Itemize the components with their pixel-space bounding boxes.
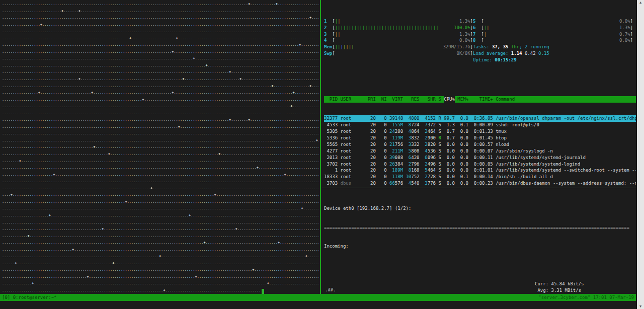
dots-line: ........................................…: [2, 287, 319, 294]
meter-label: 8: [473, 37, 481, 44]
res-cell: 5808: [406, 148, 419, 154]
process-row[interactable]: 4533root200155M87247372S1.30.10:00.89ssh…: [324, 122, 636, 128]
dots-line: ........................................…: [2, 28, 319, 35]
meter-value: 0.7%: [619, 31, 630, 38]
header-pid[interactable]: PID: [324, 96, 338, 103]
scroll-down-icon[interactable]: ▼: [639, 304, 641, 309]
htop-meters: 1[||1.3%]2[|||||||||||||||||||||||||||||…: [324, 18, 636, 63]
command-cell: /usr/lib/polkit-1/polkitd --no-debug: [496, 187, 636, 187]
meter-bar: ||||||||||||||||||||||||||||||||||||||10…: [335, 25, 470, 31]
plus-mark: +: [32, 281, 34, 285]
dots-line: ........................................…: [2, 151, 319, 158]
plus-mark: +: [38, 91, 40, 95]
plus-mark: +: [290, 104, 292, 108]
process-row[interactable]: 5565root2002175633322820S0.00.00:00.57nl…: [324, 141, 636, 148]
plus-mark: +: [301, 206, 303, 210]
dots-line: ........................................…: [2, 253, 319, 260]
command-cell: /usr/lib/systemd/systemd-logind: [496, 161, 636, 168]
num-part: 420: [411, 155, 419, 160]
header-command[interactable]: Command: [496, 96, 636, 103]
header-virt[interactable]: VIRT: [389, 96, 403, 103]
pid-cell: 2013: [324, 154, 338, 161]
meter-bar: |||||||329M/15.7G: [335, 44, 470, 50]
meter-tick: |: [338, 32, 340, 37]
tmux-window-item[interactable]: 0:root@server:~*: [13, 295, 57, 300]
info-segment: Tasks:: [473, 44, 492, 49]
process-table-body: 32377root2003914848004152R99.70.00:36.85…: [324, 115, 636, 187]
num-part: 39: [389, 155, 395, 160]
dots-line: ........................................…: [2, 42, 319, 49]
meter-label: 7: [473, 31, 481, 38]
mem-cell: 0.0: [457, 180, 468, 187]
command-cell: /usr/sbin/rsyslogd -n: [496, 148, 636, 154]
horizontal-pane-divider[interactable]: [322, 188, 636, 188]
num-part: 796: [411, 162, 419, 167]
dots-line: ........................................…: [2, 267, 319, 274]
header-mem[interactable]: MEM%: [457, 96, 468, 103]
process-row[interactable]: 3702root2002638427962496S0.00.00:00.05/u…: [324, 161, 636, 168]
scroll-up-icon[interactable]: ▲: [639, 0, 641, 5]
num-part: 496: [428, 162, 436, 167]
header-ni[interactable]: NI: [378, 96, 386, 103]
plus-mark: +: [28, 234, 30, 238]
dots-line: ........................................…: [2, 35, 319, 42]
time-cell: 0:00.11: [471, 154, 493, 161]
plus-mark: +: [78, 77, 80, 81]
dots-line: ........................................…: [2, 15, 319, 22]
res-cell: 6420: [406, 154, 419, 161]
meter-tick: |: [487, 25, 489, 30]
meter-3: 3[||1.3%]: [324, 31, 473, 38]
pri-cell: 20: [368, 122, 376, 128]
scrollbar[interactable]: ▲ ▼: [637, 0, 644, 309]
header-shr[interactable]: SHR: [422, 96, 436, 103]
command-cell: tmux: [496, 128, 636, 135]
nload-incoming-stats: Curr:45.84 kBit/sAvg:3.31 MBit/sMin:952.…: [324, 281, 636, 294]
plus-mark: +: [112, 261, 114, 265]
process-row[interactable]: 18333root200118M107522728S0.00.10:00.14/…: [324, 174, 636, 180]
process-row[interactable]: 3703dbus2006657645403776S0.00.00:00.23/u…: [324, 180, 636, 187]
header-s[interactable]: S: [438, 96, 441, 103]
process-row[interactable]: 1root200189M81685464S0.00.00:01.01/usr/l…: [324, 167, 636, 174]
num-part: 728: [428, 174, 436, 179]
header-res[interactable]: RES: [406, 96, 419, 103]
header-time[interactable]: TIME+: [471, 96, 493, 103]
pid-cell: 3702: [324, 161, 338, 168]
cpu-cell: 0.0: [444, 187, 455, 187]
num-part: 372: [428, 122, 436, 127]
header-pri[interactable]: PRI: [368, 96, 376, 103]
process-row[interactable]: 4277root200211M58084536S0.00.00:00.07/us…: [324, 148, 636, 154]
plus-mark: +: [252, 268, 254, 272]
mem-cell: 0.1: [457, 187, 468, 187]
header-user[interactable]: USER: [340, 96, 365, 103]
process-table-header[interactable]: PIDUSERPRINIVIRTRESSHRSCPU%MEM%TIME+Comm…: [324, 96, 636, 103]
plus-mark: +: [206, 63, 208, 67]
process-row[interactable]: 32377root2003914848004152R99.70.00:36.85…: [324, 115, 636, 122]
process-row[interactable]: 3706polkitd200598M170208988S0.00.10:00.0…: [324, 187, 636, 187]
meter-bar: |0.7%: [484, 31, 630, 38]
time-cell: 0:00.89: [471, 122, 493, 128]
dots-line: ........................................…: [2, 110, 319, 117]
num-part: 26: [389, 162, 395, 167]
dots-line: ....................................+...…: [2, 76, 319, 83]
plus-mark: +: [11, 193, 13, 197]
plus-mark: +: [218, 152, 220, 156]
meter-value: 0K/0K: [456, 50, 470, 57]
plus-mark: +: [150, 186, 152, 190]
info-segment: Load average:: [473, 51, 511, 56]
process-row[interactable]: 5336root200119M38322900R0.70.00:01.45hto…: [324, 135, 636, 141]
vertical-pane-divider[interactable]: [320, 0, 321, 294]
process-row[interactable]: 5305root2002428048642464S0.70.00:01.33tm…: [324, 128, 636, 135]
plus-mark: +: [284, 173, 286, 177]
ni-cell: 0: [378, 135, 386, 141]
meter-2: 2[||||||||||||||||||||||||||||||||||||||…: [324, 25, 473, 31]
plus-mark: +: [182, 77, 184, 81]
time-cell: 0:36.85: [471, 115, 493, 122]
virt-cell: 21756: [389, 141, 403, 148]
meter-label: 4: [324, 37, 332, 44]
meter-6: 6[||1.3%]: [473, 25, 633, 31]
plus-mark: +: [40, 23, 42, 27]
process-row[interactable]: 2013root2003908864206096S0.00.00:00.11/u…: [324, 154, 636, 161]
tasks-line: Tasks: 37, 35 thr; 2 running: [473, 44, 633, 50]
dots-line: ........................................…: [2, 83, 319, 90]
header-cpu[interactable]: CPU%: [444, 96, 455, 103]
